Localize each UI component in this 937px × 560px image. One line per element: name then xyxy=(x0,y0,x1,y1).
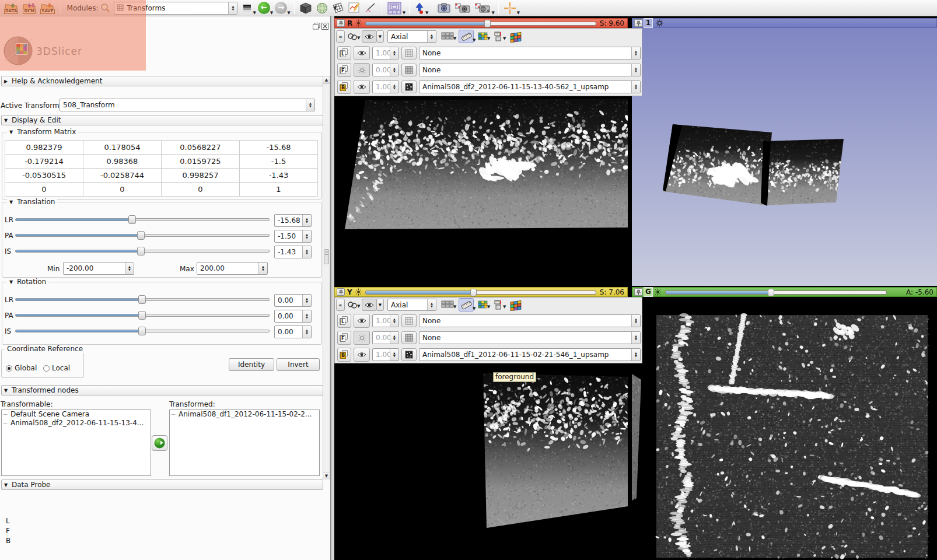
background-opacity-spinbox[interactable]: 1.00▲▼ xyxy=(372,348,399,361)
load-data-button[interactable]: DATA xyxy=(2,1,20,16)
combo-spinner-icon[interactable]: ▲▼ xyxy=(228,2,237,14)
background-volume-combo[interactable]: Animal508_df2_2012-06-11-15-13-40-562_1_… xyxy=(419,80,641,93)
background-visibility-button[interactable] xyxy=(354,348,370,362)
rotation-is-spinbox[interactable]: 0.00▲▼ xyxy=(274,326,312,338)
label-layer-button[interactable]: L xyxy=(337,46,351,60)
rotation-title[interactable]: ▼Rotation xyxy=(7,278,48,286)
pin-button[interactable] xyxy=(634,19,642,27)
slab-reconstruction-button[interactable]: ▼ xyxy=(494,32,506,41)
link-views-button[interactable]: ▼ xyxy=(347,33,361,41)
threed-viewport[interactable] xyxy=(632,28,937,286)
pin-button[interactable] xyxy=(337,19,345,27)
history-back-button[interactable]: ← xyxy=(258,2,270,14)
visibility-menu-button[interactable]: ▼ xyxy=(376,299,384,311)
foreground-outline-button[interactable] xyxy=(401,64,417,76)
data-probe-header[interactable]: ▼Data Probe xyxy=(1,480,323,490)
ruler-button[interactable]: ▼ xyxy=(459,30,476,43)
transformed-nodes-header[interactable]: ▼Transformed nodes xyxy=(1,385,323,396)
rotation-is-slider[interactable] xyxy=(15,330,270,332)
min-spinbox[interactable]: -200.00▲▼ xyxy=(63,262,134,275)
foreground-volume-combo[interactable]: None▲▼ xyxy=(419,64,641,76)
combo-spinner-icon[interactable]: ▲▼ xyxy=(306,99,314,111)
transfer-node-button[interactable] xyxy=(152,435,167,451)
active-transform-combo[interactable]: 508_Transform ▲▼ xyxy=(60,99,315,111)
max-spinbox[interactable]: 200.00▲▼ xyxy=(197,262,268,275)
translation-pa-spinbox[interactable]: -1.50▲▼ xyxy=(274,230,312,243)
foreground-outline-button[interactable] xyxy=(401,331,417,344)
ruler-button[interactable]: ▼ xyxy=(459,298,476,312)
red-slice-viewport[interactable] xyxy=(334,96,628,286)
gear-icon[interactable] xyxy=(656,19,663,27)
chevron-down-icon[interactable]: ▼ xyxy=(403,10,405,15)
pin-button[interactable] xyxy=(337,288,345,296)
slider-handle[interactable] xyxy=(137,247,145,256)
scroll-down-icon[interactable]: ▼ xyxy=(323,472,330,480)
background-layer-button[interactable]: B xyxy=(337,80,351,94)
modules-sphere-button[interactable] xyxy=(314,1,330,16)
rotation-pa-slider[interactable] xyxy=(15,314,270,317)
slice-visibility-sun-icon[interactable] xyxy=(355,19,362,27)
foreground-layer-button[interactable]: F xyxy=(337,63,351,77)
transformed-list[interactable]: Animal508_df1_2012-06-11-15-02-2... xyxy=(169,410,320,476)
label-volume-combo[interactable]: None▲▼ xyxy=(419,314,641,327)
translation-lr-spinbox[interactable]: -15.68▲▼ xyxy=(274,214,312,227)
background-thumbnail-button[interactable] xyxy=(401,348,417,361)
label-outline-button[interactable] xyxy=(401,314,417,327)
help-acknowledgement-header[interactable]: ▶Help & Acknowledgement xyxy=(1,76,323,86)
translation-is-slider[interactable] xyxy=(15,250,270,253)
foreground-visibility-button[interactable] xyxy=(354,63,370,77)
rotation-pa-spinbox[interactable]: 0.00▲▼ xyxy=(274,310,312,323)
yellow-orientation-combo[interactable]: Axial▲▼ xyxy=(387,299,436,311)
label-outline-button[interactable] xyxy=(401,47,417,60)
chevron-down-icon[interactable]: ▼ xyxy=(270,10,273,15)
background-thumbnail-button[interactable] xyxy=(401,80,417,93)
scene-view-restore-button[interactable] xyxy=(473,1,492,16)
chevron-down-icon[interactable]: ▼ xyxy=(491,10,494,15)
collapse-controller-button[interactable]: « xyxy=(336,299,345,311)
background-volume-combo[interactable]: Animal508_df1_2012-06-11-15-02-21-546_1_… xyxy=(419,348,641,361)
scroll-up-icon[interactable]: ▲ xyxy=(323,76,330,84)
label-visibility-button[interactable] xyxy=(354,46,370,60)
pin-button[interactable] xyxy=(634,288,642,296)
annotations-button[interactable] xyxy=(347,1,362,16)
markup-pen-button[interactable] xyxy=(363,1,378,16)
display-edit-header[interactable]: ▼Display & Edit xyxy=(1,115,323,125)
crosshair-button[interactable] xyxy=(502,1,518,16)
chevron-down-icon[interactable]: ▼ xyxy=(425,10,428,15)
slider-handle[interactable] xyxy=(768,289,774,296)
module-search-icon[interactable] xyxy=(100,3,110,13)
label-visibility-button[interactable] xyxy=(354,314,370,328)
slice-visibility-sun-icon[interactable] xyxy=(654,288,662,296)
foreground-volume-combo[interactable]: None▲▼ xyxy=(419,331,641,344)
slider-handle[interactable] xyxy=(138,327,146,335)
panel-scrollbar[interactable]: ▲ ▼ xyxy=(323,76,330,480)
rotation-lr-spinbox[interactable]: 0.00▲▼ xyxy=(274,294,312,307)
modules-history-menu-button[interactable] xyxy=(241,1,253,16)
yellow-slice-viewport[interactable] xyxy=(334,363,628,560)
identity-button[interactable]: Identity xyxy=(229,358,274,371)
link-views-button[interactable]: ▼ xyxy=(347,301,361,309)
layout-grid-button[interactable]: ▼ xyxy=(441,32,457,41)
rock-view-button[interactable] xyxy=(510,31,524,43)
list-item[interactable]: Animal508_df1_2012-06-11-15-02-2... xyxy=(170,410,319,419)
layout-button[interactable] xyxy=(386,1,403,16)
foreground-layer-button[interactable]: F xyxy=(337,331,351,345)
translation-is-spinbox[interactable]: -1.43▲▼ xyxy=(274,246,312,258)
translation-lr-slider[interactable] xyxy=(15,218,270,221)
slice-visibility-sun-icon[interactable] xyxy=(355,288,362,296)
compositing-button[interactable]: ▼ xyxy=(478,300,491,310)
compositing-button[interactable]: ▼ xyxy=(478,32,491,41)
slab-reconstruction-button[interactable]: ▼ xyxy=(494,300,506,310)
red-orientation-combo[interactable]: Axial▲▼ xyxy=(387,30,436,43)
label-opacity-spinbox[interactable]: 1.00▲▼ xyxy=(372,47,399,60)
foreground-opacity-spinbox[interactable]: 0.00▲▼ xyxy=(372,64,399,76)
slider-handle[interactable] xyxy=(128,215,136,224)
dicom-button[interactable]: DCM xyxy=(21,1,37,16)
green-slice-viewport[interactable] xyxy=(632,297,937,560)
slice-visibility-button[interactable] xyxy=(362,299,377,311)
close-panel-icon[interactable] xyxy=(321,23,328,30)
chevron-down-icon[interactable]: ▼ xyxy=(253,10,256,15)
fiducial-button[interactable] xyxy=(413,1,426,16)
label-layer-button[interactable]: L xyxy=(337,314,351,328)
chevron-down-icon[interactable]: ▼ xyxy=(517,10,520,15)
